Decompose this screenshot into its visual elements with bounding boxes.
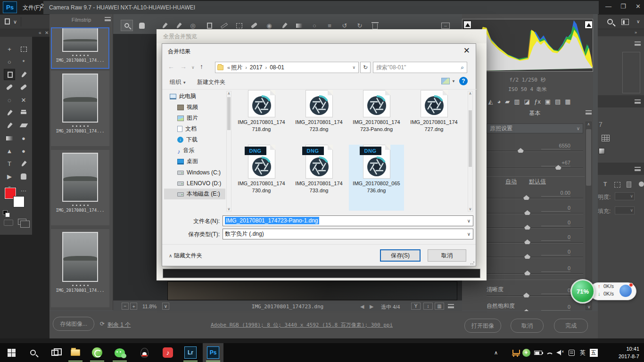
zoom-out-button[interactable]: − bbox=[122, 303, 129, 310]
cancel-button[interactable]: 取消 bbox=[511, 319, 544, 333]
tree-item-music[interactable]: ♪音乐 bbox=[164, 145, 225, 156]
input-language-indicator[interactable]: 英 bbox=[578, 343, 587, 362]
view-settings-icon[interactable] bbox=[448, 304, 454, 308]
search-icon[interactable]: ⌕ bbox=[461, 62, 464, 73]
type-tool-icon[interactable]: T bbox=[4, 158, 15, 169]
history-brush-tool-icon[interactable] bbox=[4, 120, 15, 131]
collapse-panel-icon[interactable]: « bbox=[39, 30, 41, 35]
taskbar-file-explorer-icon[interactable] bbox=[65, 343, 86, 362]
tab-lens-corrections-icon[interactable]: ƒx bbox=[534, 98, 541, 105]
crop-tool-icon[interactable] bbox=[4, 69, 15, 80]
menu-file[interactable]: 文件(F) bbox=[23, 4, 41, 12]
breadcrumb[interactable]: « 照片›2017›08-01 ∨ bbox=[215, 62, 359, 73]
tree-item-document[interactable]: 文档 bbox=[164, 123, 225, 134]
chevron-down-icon[interactable]: ∨ bbox=[13, 19, 17, 25]
filmstrip-thumbnail[interactable]: IMG_20170801_174... bbox=[51, 229, 109, 307]
slider[interactable] bbox=[487, 168, 583, 169]
crop-tool-icon[interactable] bbox=[4, 18, 10, 25]
tree-scrollbar[interactable]: ∧∨ bbox=[226, 91, 231, 212]
filename-input[interactable]: IMG_20170801_174723-Pano-1.dng∨ bbox=[223, 215, 473, 226]
tab-presets-icon[interactable]: ▦ bbox=[565, 98, 570, 105]
rating-dots[interactable] bbox=[51, 205, 109, 206]
panel-menu-icon[interactable] bbox=[635, 99, 641, 104]
cancel-button[interactable]: 取消 bbox=[428, 249, 466, 262]
zoom-level[interactable]: 11.8% bbox=[142, 304, 157, 309]
tab-basic-icon[interactable]: ◭ bbox=[488, 98, 493, 105]
taskbar-task-view-icon[interactable] bbox=[44, 343, 65, 362]
wifi-icon[interactable] bbox=[544, 343, 555, 362]
image-preview[interactable] bbox=[167, 281, 457, 300]
spot-healing-tool-icon[interactable] bbox=[4, 82, 15, 93]
save-button[interactable]: 保存(S) bbox=[380, 249, 421, 262]
zoom-dropdown-icon[interactable]: ∨ bbox=[162, 303, 169, 310]
resize-grip[interactable] bbox=[470, 260, 475, 265]
scroll-up-icon[interactable]: ∧ bbox=[586, 122, 591, 126]
swap-views-button[interactable]: ▥ bbox=[435, 303, 444, 310]
taskbar-search-icon[interactable] bbox=[23, 343, 43, 362]
taskbar-qq-icon[interactable] bbox=[134, 343, 155, 362]
net-speed-widget[interactable]: ↑ 0K/s ↓ 0K/s 71% bbox=[570, 279, 636, 304]
adjustment-filter-icon[interactable] bbox=[627, 181, 631, 188]
slider[interactable] bbox=[487, 273, 583, 274]
notifications-icon[interactable] bbox=[566, 343, 577, 362]
panorama-dialog-title[interactable]: 全景合并预览 bbox=[157, 29, 487, 43]
search-input[interactable]: 搜索"08-01" ⌕ bbox=[373, 62, 467, 73]
luminance-toggle-button[interactable]: Y bbox=[411, 303, 421, 310]
auto-link[interactable]: 自动 bbox=[505, 178, 517, 186]
battery-icon[interactable] bbox=[532, 343, 544, 362]
slider[interactable] bbox=[487, 198, 583, 199]
before-after-button[interactable]: ↕ bbox=[423, 303, 433, 310]
zoom-in-button[interactable]: ＋ bbox=[130, 303, 137, 310]
file-item[interactable]: IMG_20170801_174727.dng bbox=[406, 90, 462, 144]
clock[interactable]: 10:41 2017-8-7 bbox=[619, 345, 639, 360]
marquee-tool-icon[interactable] bbox=[18, 43, 29, 55]
default-link[interactable]: 默认值 bbox=[529, 178, 546, 186]
chevron-down-icon[interactable]: ∨ bbox=[467, 216, 471, 226]
highlight-clipping-icon[interactable] bbox=[585, 21, 593, 29]
lasso-tool-icon[interactable]: ○ bbox=[4, 56, 15, 67]
taskbar-photoshop-icon[interactable]: Ps bbox=[203, 343, 223, 362]
pen-tool-icon[interactable] bbox=[18, 158, 29, 169]
brush-tool-icon[interactable] bbox=[4, 107, 15, 118]
healing-brush-tool-icon[interactable] bbox=[18, 82, 29, 93]
panel-scrollbar-thumb[interactable] bbox=[586, 129, 591, 186]
file-item[interactable]: DNG IMG_20170801_174730.dng bbox=[234, 145, 289, 211]
grid-icon[interactable] bbox=[602, 135, 610, 141]
tree-item-drive[interactable]: 本地磁盘 (E:) bbox=[164, 189, 225, 199]
close-icon[interactable]: ✕ bbox=[463, 46, 470, 56]
new-folder-button[interactable]: 新建文件夹 bbox=[197, 78, 225, 86]
smudge-tool-icon[interactable]: ● bbox=[18, 145, 29, 156]
tree-scrollbar-thumb[interactable] bbox=[227, 97, 231, 130]
safety-tray-icon[interactable]: + bbox=[520, 343, 532, 362]
filmstrip-menu-icon[interactable] bbox=[105, 17, 111, 21]
zoom-icon[interactable] bbox=[121, 20, 133, 31]
slider[interactable] bbox=[487, 257, 583, 258]
restore-icon[interactable]: ❐ bbox=[620, 3, 626, 10]
cart-icon[interactable] bbox=[510, 343, 521, 362]
search-icon[interactable] bbox=[607, 19, 613, 25]
filmstrip-thumbnail[interactable]: IMG_20170801_174... bbox=[51, 150, 109, 225]
close-panel-icon[interactable]: ✕ bbox=[45, 30, 49, 35]
chevron-down-icon[interactable]: ∨ bbox=[352, 65, 358, 70]
filmstrip-thumbnail[interactable]: IMG_20170801_174... bbox=[51, 71, 109, 146]
frame-tool-icon[interactable]: ◌ bbox=[4, 94, 15, 106]
breadcrumb-segment[interactable]: 照片 bbox=[231, 64, 242, 71]
taskbar-lightroom-icon[interactable]: Lr bbox=[180, 343, 201, 362]
magic-wand-tool-icon[interactable]: * bbox=[18, 56, 29, 67]
fill-dropdown[interactable]: ∨ bbox=[615, 206, 635, 214]
close-icon[interactable]: ✕ bbox=[636, 3, 641, 10]
selection-filter-icon[interactable] bbox=[614, 182, 620, 188]
blur-tool-icon[interactable]: ● bbox=[18, 132, 29, 144]
view-mode-dropdown-icon[interactable]: ▼ bbox=[452, 79, 455, 83]
scroll-down-icon[interactable]: ∨ bbox=[468, 207, 472, 211]
filetype-dropdown[interactable]: 数字负片 (.dng)∨ bbox=[223, 229, 473, 239]
taskbar-wechat-icon[interactable] bbox=[109, 343, 130, 362]
move-tool-icon[interactable]: + bbox=[4, 43, 15, 55]
file-item[interactable]: DNG IMG_20170801_174733.dng bbox=[291, 145, 347, 211]
tree-item-picture[interactable]: 图片 bbox=[164, 113, 225, 123]
view-mode-icon[interactable] bbox=[441, 78, 450, 84]
chevron-down-icon[interactable]: ∨ bbox=[636, 19, 640, 24]
scroll-down-icon[interactable]: ∨ bbox=[227, 207, 231, 211]
volume-muted-icon[interactable] bbox=[554, 343, 566, 362]
tree-item-drive[interactable]: LENOVO (D:) bbox=[164, 178, 225, 189]
